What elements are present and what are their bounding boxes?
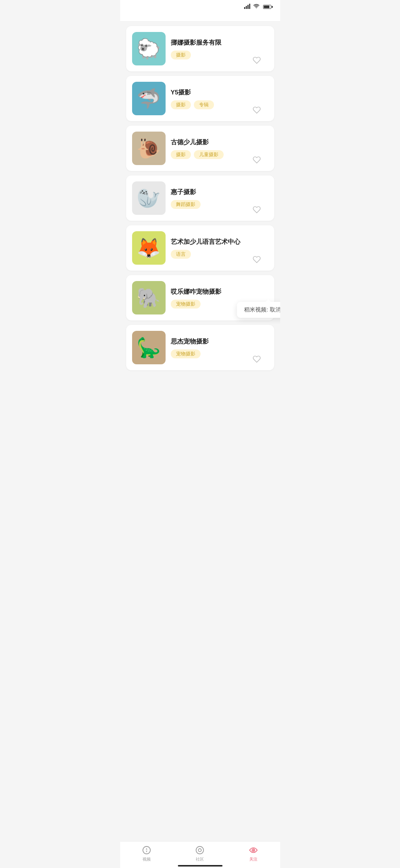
nav-label-community: 社区 [196, 856, 204, 862]
follow-name: Y5摄影 [171, 88, 263, 97]
follow-info: 挪娜摄影服务有限摄影 [171, 38, 263, 59]
tag: 舞蹈摄影 [171, 200, 201, 209]
nav-item-follow[interactable]: 关注 [249, 845, 258, 862]
follow-info: Y5摄影摄影专辑 [171, 88, 263, 109]
home-indicator [178, 865, 223, 867]
follow-avatar: 🦕 [132, 331, 166, 364]
follow-avatar: 🐘 [132, 281, 166, 314]
follow-name: 古德少儿摄影 [171, 138, 263, 146]
eye-icon [249, 845, 258, 855]
follow-avatar: 🦭 [132, 181, 166, 215]
follow-info: 惠子摄影舞蹈摄影 [171, 188, 263, 209]
follow-card: 🦕思杰宠物摄影宠物摄影 [126, 325, 274, 370]
follow-card: 🐘哎乐娜咋宠物摄影宠物摄影 稻米视频: 取消关注 [126, 275, 274, 320]
signal-icon [244, 4, 251, 10]
nav-item-video[interactable]: 视频 [142, 845, 151, 862]
follow-info: 思杰宠物摄影宠物摄影 [171, 337, 263, 358]
community-icon [195, 845, 205, 855]
svg-marker-5 [146, 848, 147, 850]
wifi-icon [253, 4, 260, 10]
heart-button[interactable] [251, 104, 262, 116]
follow-card: 🐌古德少儿摄影摄影儿童摄影 [126, 126, 274, 171]
follow-avatar: 🐑 [132, 32, 166, 65]
svg-point-7 [196, 846, 204, 854]
nav-item-community[interactable]: 社区 [195, 845, 205, 862]
follow-name: 艺术加少儿语言艺术中心 [171, 238, 263, 246]
heart-button[interactable] [251, 254, 262, 265]
nav-label-video: 视频 [143, 856, 151, 862]
svg-rect-0 [244, 7, 245, 9]
follow-name: 惠子摄影 [171, 188, 263, 196]
status-icons [244, 4, 273, 10]
follow-name: 思杰宠物摄影 [171, 337, 263, 346]
page-header [120, 12, 280, 22]
svg-marker-6 [146, 851, 147, 852]
bottom-nav: 视频 社区 关注 [120, 841, 280, 868]
follow-tags: 摄影 [171, 51, 263, 59]
follow-tags: 宠物摄影 [171, 349, 263, 358]
follow-avatar: 🐌 [132, 132, 166, 165]
follow-info: 古德少儿摄影摄影儿童摄影 [171, 138, 263, 159]
follow-card: 🦭惠子摄影舞蹈摄影 [126, 175, 274, 221]
nav-label-follow: 关注 [249, 856, 257, 862]
follow-tags: 舞蹈摄影 [171, 200, 263, 209]
follow-avatar: 🦊 [132, 231, 166, 265]
svg-rect-1 [246, 6, 247, 9]
tag: 摄影 [171, 150, 191, 159]
status-bar [120, 0, 280, 12]
tag: 宠物摄影 [171, 349, 201, 358]
follow-card: 🦊艺术加少儿语言艺术中心语言 [126, 225, 274, 271]
follow-avatar: 🦈 [132, 82, 166, 115]
follow-card: 🐑挪娜摄影服务有限摄影 [126, 26, 274, 71]
battery-icon [262, 5, 273, 9]
unfollow-tooltip[interactable]: 稻米视频: 取消关注 [237, 302, 280, 318]
compass-icon [142, 845, 151, 855]
follow-name: 挪娜摄影服务有限 [171, 38, 263, 47]
heart-button[interactable] [251, 55, 262, 66]
svg-point-8 [198, 849, 201, 852]
tag: 宠物摄影 [171, 300, 201, 309]
follow-tags: 语言 [171, 250, 263, 259]
tag: 摄影 [171, 51, 191, 59]
follow-tags: 摄影专辑 [171, 100, 263, 109]
heart-button[interactable] [251, 204, 262, 215]
svg-rect-2 [247, 5, 249, 9]
tag: 专辑 [194, 100, 214, 109]
svg-point-10 [253, 850, 254, 851]
heart-button[interactable] [251, 154, 262, 165]
follow-name: 哎乐娜咋宠物摄影 [171, 287, 263, 296]
tag: 语言 [171, 250, 191, 259]
svg-point-4 [143, 846, 150, 854]
svg-rect-3 [249, 4, 250, 9]
follow-info: 艺术加少儿语言艺术中心语言 [171, 238, 263, 259]
follow-tags: 摄影儿童摄影 [171, 150, 263, 159]
tag: 儿童摄影 [194, 150, 224, 159]
heart-button[interactable] [251, 354, 262, 365]
follow-card: 🦈Y5摄影摄影专辑 [126, 76, 274, 121]
follow-list: 🐑挪娜摄影服务有限摄影 🦈Y5摄影摄影专辑 🐌古德少儿摄影摄影儿童摄影 🦭惠子摄… [120, 22, 280, 400]
tag: 摄影 [171, 100, 191, 109]
